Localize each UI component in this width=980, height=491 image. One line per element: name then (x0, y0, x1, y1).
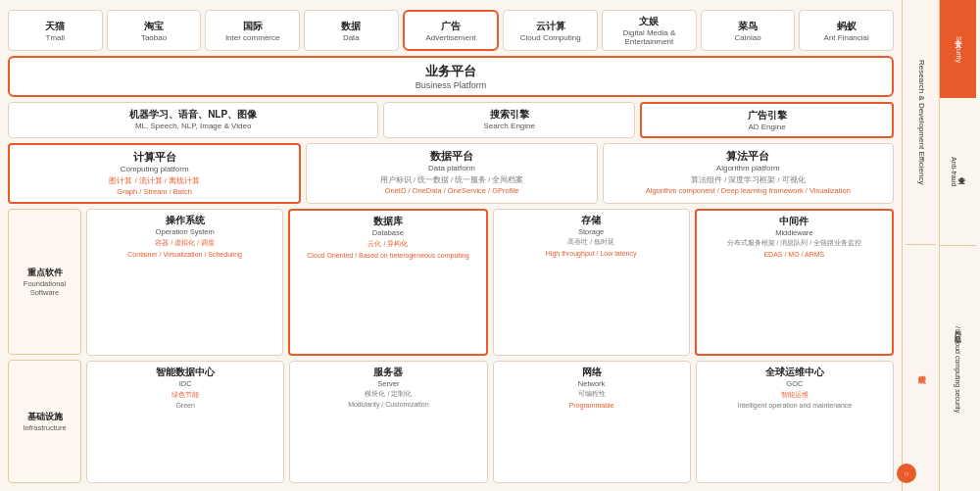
os-cell: 操作系统 Operation System 容器 / 虚拟化 / 调度 Cont… (86, 209, 283, 356)
storage-en: Storage (499, 227, 684, 236)
biz-unit-inter: 国际 Inter commerce (205, 10, 300, 51)
network-subgray: Programmable (499, 401, 685, 411)
data-platform-en: Data platform (313, 164, 590, 172)
privacy-label: 风控 / 隐私 / Cloud computing security (954, 324, 962, 413)
media-en: Digital Media & Entertainment (609, 28, 690, 46)
sidebar-2: 安全 Security 业务安全Anti-fraud 风控 / 隐私 / Clo… (939, 0, 976, 491)
search-cn: 搜索引擎 (390, 108, 628, 122)
ad-en: Advertisement (411, 33, 492, 42)
network-sub: 可编程性 (499, 389, 685, 399)
mid-ad: 广告引擎 AD Engine (640, 102, 894, 138)
network-cn: 网络 (499, 366, 685, 379)
security-label: 安全 Security (952, 30, 965, 67)
mid-search: 搜索引擎 Search Engine (383, 102, 635, 138)
biz-unit-tmall: 天猫 Tmall (8, 10, 103, 51)
idc-subgray: Green (92, 401, 278, 411)
ant-cn: 蚂蚁 (806, 20, 887, 33)
algo-cn: 算法平台 (610, 149, 887, 164)
cloud-en: Cloud Computing (510, 33, 591, 42)
ant-en: Ant Financial (806, 33, 887, 42)
biz-unit-ad: 广告 Advertisement (403, 10, 500, 51)
db-cn: 数据库 (295, 215, 480, 228)
rd-label: Research & Development Efficiency (915, 60, 925, 184)
idc-en: IDC (92, 379, 278, 388)
biz-platform: 业务平台 Business Platform (8, 56, 894, 97)
media-cn: 文娱 (609, 15, 690, 28)
platform-row: 计算平台 Computing platform 图计算 / 流计算 / 离线计算… (8, 143, 894, 204)
ad-cn: 广告 (411, 20, 492, 33)
idc-cn: 智能数据中心 (92, 366, 278, 379)
data-en: Data (311, 33, 392, 42)
foundational-cn: 重点软件 (27, 267, 63, 279)
biz-unit-ant: 蚂蚁 Ant Financial (799, 10, 894, 51)
idc-sub: 绿色节能 (92, 390, 278, 400)
inter-cn: 国际 (212, 20, 293, 33)
cainiao-cn: 菜鸟 (708, 20, 789, 33)
biz-unit-media: 文娱 Digital Media & Entertainment (602, 10, 697, 51)
ad-engine-cn: 广告引擎 (648, 109, 886, 123)
mw-cn: 中间件 (702, 215, 887, 228)
infrastructure-en: Infrastructure (23, 423, 66, 432)
biz-unit-taobao: 淘宝 Taobao (107, 10, 202, 51)
bottom-dot: ○ (897, 464, 916, 483)
dot-text: ○ (905, 469, 909, 478)
right-sidebars: Research & Development Efficiency 研发效能 安… (902, 0, 980, 491)
os-sub2: Container / Virtualization / Scheduling (92, 250, 277, 260)
server-cell: 服务器 Server 模块化 / 定制化 Modularity / Custom… (289, 361, 487, 483)
db-cell: 数据库 Database 云化 / 异构化 Cloud Oriented / B… (288, 209, 487, 356)
biz-platform-en: Business Platform (15, 80, 887, 90)
main-content: 天猫 Tmall 淘宝 Taobao 国际 Inter commerce 数据 … (0, 0, 902, 491)
goc-cell: 全球运维中心 GOC 智能运维 Intelligent operation an… (696, 361, 894, 483)
security-top: 安全 Security (940, 0, 976, 98)
ad-engine-en: AD Engine (648, 123, 886, 131)
db-sub: 云化 / 异构化 (295, 239, 480, 249)
biz-unit-data: 数据 Data (304, 10, 399, 51)
goc-sub: 智能运维 (702, 390, 888, 400)
server-subgray: Modularity / Customization (295, 400, 481, 410)
network-en: Network (499, 379, 685, 388)
computing-platform: 计算平台 Computing platform 图计算 / 流计算 / 离线计算… (8, 143, 301, 204)
algo-sub: 算法组件 / 深度学习框架 / 可视化Algorithm component /… (610, 175, 887, 196)
goc-cn: 全球运维中心 (702, 366, 888, 379)
foundational-label: 重点软件 Foundational Software (8, 209, 81, 355)
mw-sub: 分布式服务框架 / 消息队列 / 全链路业务监控 (702, 238, 887, 248)
storage-cn: 存储 (499, 214, 684, 227)
sidebar-rd: Research & Development Efficiency (906, 6, 936, 245)
algorithm-platform: 算法平台 Algorithm platform 算法组件 / 深度学习框架 / … (603, 143, 894, 204)
os-cn: 操作系统 (92, 214, 277, 227)
ml-cn: 机器学习、语音、NLP、图像 (15, 108, 371, 122)
biz-platform-cn: 业务平台 (15, 63, 887, 80)
storage-sub: 高吞吐 / 低时延 (499, 237, 684, 247)
main-container: 天猫 Tmall 淘宝 Taobao 国际 Inter commerce 数据 … (0, 0, 980, 491)
antifraud-section: 业务安全Anti-fraud (940, 98, 976, 246)
inter-en: Inter commerce (212, 33, 293, 42)
idc-cell: 智能数据中心 IDC 绿色节能 Green (86, 361, 284, 483)
tmall-en: Tmall (15, 33, 96, 42)
ml-en: ML, Speech, NLP, Image & Video (15, 122, 371, 130)
server-sub: 模块化 / 定制化 (295, 389, 481, 399)
tmall-cn: 天猫 (15, 20, 96, 33)
db-sub2: Cloud Oriented / Based on heterogeneous … (295, 251, 480, 261)
storage-cell: 存储 Storage 高吞吐 / 低时延 High throughput / L… (493, 209, 690, 356)
search-en: Search Engine (390, 122, 628, 130)
data-cn: 数据 (311, 20, 392, 33)
left-labels: 重点软件 Foundational Software 基础设施 Infrastr… (8, 209, 81, 483)
lower-section: 重点软件 Foundational Software 基础设施 Infrastr… (8, 209, 894, 483)
biz-unit-cloud: 云计算 Cloud Computing (503, 10, 598, 51)
infrastructure-cn: 基础设施 (27, 411, 63, 423)
software-content: 操作系统 Operation System 容器 / 虚拟化 / 调度 Cont… (86, 209, 894, 483)
middleware-cell: 中间件 Middleware 分布式服务框架 / 消息队列 / 全链路业务监控 … (695, 209, 894, 356)
sw-top-row: 操作系统 Operation System 容器 / 虚拟化 / 调度 Cont… (86, 209, 894, 356)
cainiao-en: Cainiao (708, 33, 789, 42)
data-platform: 数据平台 Data platform 用户标识 / 统一数据 / 统一服务 / … (306, 143, 597, 204)
computing-en: Computing platform (16, 165, 293, 173)
mw-sub2: EDAS / MO / ARMS (702, 250, 887, 260)
goc-subgray: Intelligent operation and maintenance (702, 401, 888, 411)
computing-cn: 计算平台 (16, 150, 293, 165)
mw-en: Middleware (702, 228, 887, 237)
goc-en: GOC (702, 379, 888, 388)
infrastructure-label: 基础设施 Infrastructure (8, 360, 81, 483)
foundational-en: Foundational Software (13, 279, 76, 297)
computing-sub: 图计算 / 流计算 / 离线计算Graph / Stream / Batch (16, 176, 293, 197)
db-en: Database (295, 228, 480, 237)
